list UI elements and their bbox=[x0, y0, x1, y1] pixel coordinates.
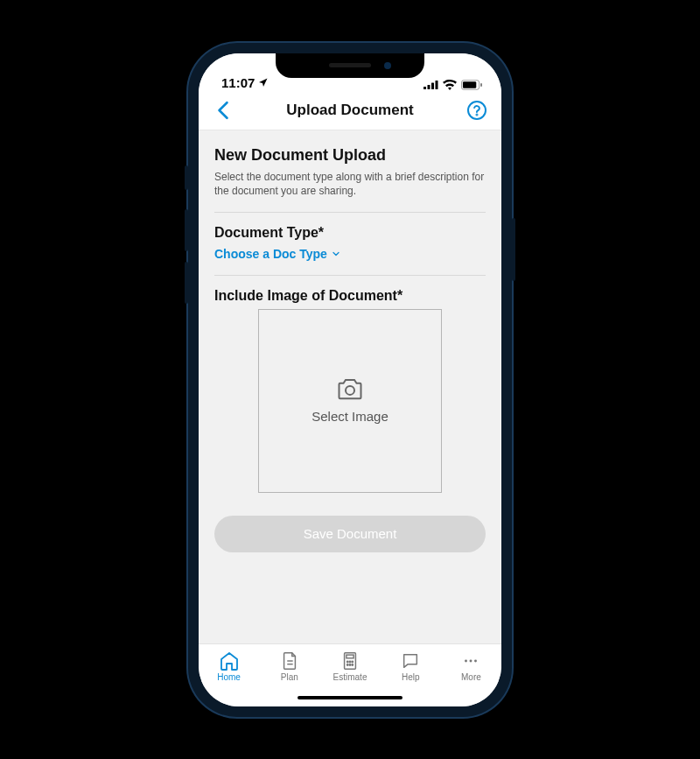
back-button[interactable] bbox=[211, 98, 235, 123]
phone-button-volume-up bbox=[185, 209, 188, 251]
more-icon bbox=[461, 651, 480, 671]
svg-point-9 bbox=[346, 386, 354, 395]
cellular-signal-icon bbox=[424, 80, 438, 89]
phone-frame: 11:07 Upload Doc bbox=[188, 43, 512, 717]
tab-label: Estimate bbox=[333, 672, 368, 682]
chat-icon bbox=[401, 651, 420, 671]
front-camera bbox=[384, 62, 391, 69]
status-time: 11:07 bbox=[221, 75, 255, 90]
document-icon bbox=[281, 651, 298, 671]
svg-rect-5 bbox=[463, 81, 476, 88]
section-description: Select the document type along with a br… bbox=[214, 170, 486, 198]
chevron-left-icon bbox=[216, 101, 230, 120]
tab-plan[interactable]: Plan bbox=[259, 651, 319, 682]
tab-label: Home bbox=[217, 672, 241, 682]
phone-button-silence bbox=[185, 165, 188, 190]
svg-rect-6 bbox=[480, 83, 482, 87]
help-circle-icon bbox=[466, 100, 487, 121]
svg-point-16 bbox=[352, 661, 353, 662]
svg-rect-1 bbox=[428, 85, 430, 89]
image-section-label: Include Image of Document* bbox=[214, 288, 486, 304]
tab-label: More bbox=[461, 672, 481, 682]
status-right bbox=[424, 80, 482, 90]
svg-point-17 bbox=[347, 664, 348, 664]
notch bbox=[276, 53, 424, 78]
tab-label: Help bbox=[402, 672, 420, 682]
svg-rect-2 bbox=[431, 83, 434, 90]
help-button[interactable] bbox=[465, 98, 489, 123]
svg-point-15 bbox=[349, 661, 350, 662]
tab-more[interactable]: More bbox=[441, 651, 501, 682]
doc-type-dropdown-value: Choose a Doc Type bbox=[214, 247, 327, 261]
svg-point-19 bbox=[352, 664, 353, 664]
svg-point-20 bbox=[465, 659, 467, 662]
chevron-down-icon bbox=[331, 249, 341, 259]
svg-point-22 bbox=[474, 659, 477, 662]
nav-bar: Upload Document bbox=[199, 92, 501, 130]
svg-point-14 bbox=[347, 661, 348, 662]
calculator-icon bbox=[341, 651, 359, 671]
location-arrow-icon bbox=[258, 77, 269, 88]
home-indicator[interactable] bbox=[298, 696, 402, 699]
page-title: Upload Document bbox=[286, 102, 413, 119]
image-upload-wrap: Select Image bbox=[214, 309, 486, 493]
tab-bar: Home Plan Estimate Help More bbox=[199, 643, 501, 706]
home-icon bbox=[219, 651, 240, 671]
svg-rect-0 bbox=[424, 87, 426, 89]
tab-label: Plan bbox=[281, 672, 298, 682]
svg-rect-3 bbox=[436, 81, 438, 89]
divider bbox=[214, 275, 486, 276]
svg-point-21 bbox=[470, 659, 472, 662]
status-left: 11:07 bbox=[221, 75, 269, 90]
tab-home[interactable]: Home bbox=[199, 651, 259, 682]
tab-help[interactable]: Help bbox=[381, 651, 441, 682]
content: New Document Upload Select the document … bbox=[199, 130, 501, 643]
section-heading: New Document Upload bbox=[214, 146, 486, 165]
wifi-icon bbox=[443, 80, 457, 90]
doc-type-label: Document Type* bbox=[214, 225, 486, 241]
svg-point-18 bbox=[349, 664, 350, 664]
select-image-label: Select Image bbox=[312, 409, 388, 424]
image-upload-box[interactable]: Select Image bbox=[258, 309, 442, 493]
doc-type-dropdown[interactable]: Choose a Doc Type bbox=[214, 247, 341, 261]
divider bbox=[214, 212, 486, 213]
camera-icon bbox=[337, 377, 363, 400]
save-document-button[interactable]: Save Document bbox=[214, 516, 486, 552]
battery-icon bbox=[461, 80, 482, 90]
phone-button-power bbox=[512, 218, 515, 281]
svg-rect-13 bbox=[346, 655, 354, 658]
phone-button-volume-down bbox=[185, 262, 188, 304]
speaker-grille bbox=[329, 63, 371, 67]
screen: 11:07 Upload Doc bbox=[199, 53, 501, 706]
svg-point-8 bbox=[476, 115, 477, 116]
tab-estimate[interactable]: Estimate bbox=[319, 651, 380, 682]
